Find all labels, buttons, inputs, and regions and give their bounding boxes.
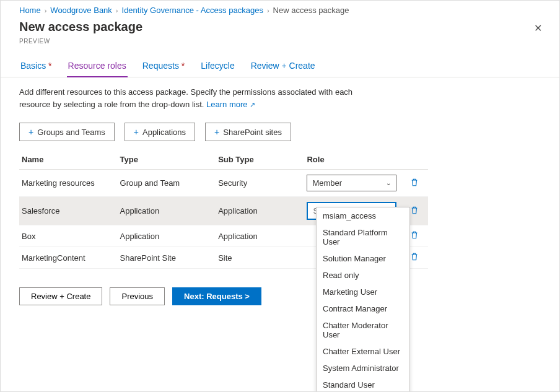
cell-type: Application (118, 197, 216, 225)
breadcrumb-home[interactable]: Home (19, 6, 41, 15)
role-select[interactable]: Member ⌄ (307, 175, 396, 191)
role-option[interactable]: Read only (317, 267, 409, 284)
role-option[interactable]: Marketing User (317, 284, 409, 300)
col-type: Type (118, 150, 216, 170)
cell-subtype: Security (216, 170, 304, 197)
chevron-right-icon: › (267, 7, 269, 14)
add-groups-button[interactable]: + Groups and Teams (19, 123, 115, 141)
plus-icon: + (134, 127, 139, 137)
external-link-icon: ↗ (250, 101, 255, 108)
cell-type: Group and Team (118, 170, 216, 197)
review-create-button[interactable]: Review + Create (19, 287, 102, 305)
tab-lifecycle[interactable]: Lifecycle (199, 56, 235, 77)
trash-icon[interactable] (408, 177, 421, 190)
tabs: Basics * Resource roles Requests * Lifec… (1, 56, 559, 77)
col-subtype: Sub Type (216, 150, 304, 170)
chevron-right-icon: › (116, 7, 118, 14)
chevron-down-icon: ⌄ (386, 180, 391, 186)
cell-type: SharePoint Site (118, 247, 216, 269)
tab-review-create[interactable]: Review + Create (250, 56, 317, 77)
table-row: Marketing resources Group and Team Secur… (19, 170, 428, 197)
breadcrumb: Home › Woodgrove Bank › Identity Governa… (1, 1, 559, 17)
tab-requests[interactable]: Requests * (141, 56, 186, 77)
chevron-right-icon: › (45, 7, 47, 14)
add-sharepoint-button[interactable]: + SharePoint sites (205, 123, 291, 141)
plus-icon: + (214, 127, 219, 137)
role-option[interactable]: Standard Platform User (317, 224, 409, 250)
cell-subtype: Application (216, 197, 304, 225)
page-title: New access package (19, 20, 142, 34)
preview-badge: PREVIEW (1, 38, 559, 45)
cell-subtype: Application (216, 225, 304, 247)
cell-subtype: Site (216, 247, 304, 269)
previous-button[interactable]: Previous (110, 287, 165, 305)
col-role: Role (304, 150, 405, 170)
col-name: Name (19, 150, 118, 170)
plus-icon: + (28, 127, 33, 137)
cell-name: Salesforce (19, 197, 118, 225)
cell-type: Application (118, 225, 216, 247)
breadcrumb-governance[interactable]: Identity Governance - Access packages (122, 6, 263, 15)
role-option[interactable]: Chatter Moderator User (317, 317, 409, 343)
role-option[interactable]: Standard User (317, 377, 409, 392)
role-option[interactable]: Contract Manager (317, 300, 409, 317)
role-option[interactable]: Solution Manager (317, 250, 409, 267)
cell-name: Box (19, 225, 118, 247)
breadcrumb-current: New access package (273, 6, 349, 15)
role-dropdown: msiam_accessStandard Platform UserSoluti… (316, 207, 410, 392)
tab-basics[interactable]: Basics * (19, 56, 53, 77)
tab-description: Add different resources to this access p… (1, 86, 385, 110)
learn-more-link[interactable]: Learn more ↗ (206, 100, 255, 109)
cell-name: Marketing resources (19, 170, 118, 197)
role-option[interactable]: System Administrator (317, 360, 409, 377)
close-icon[interactable]: ✕ (529, 20, 547, 37)
add-applications-button[interactable]: + Applications (125, 123, 195, 141)
next-button[interactable]: Next: Requests > (172, 287, 261, 305)
role-option[interactable]: msiam_access (317, 207, 409, 224)
role-option[interactable]: Chatter External User (317, 343, 409, 360)
cell-name: MarketingContent (19, 247, 118, 269)
tab-resource-roles[interactable]: Resource roles (67, 56, 128, 77)
breadcrumb-tenant[interactable]: Woodgrove Bank (50, 6, 112, 15)
